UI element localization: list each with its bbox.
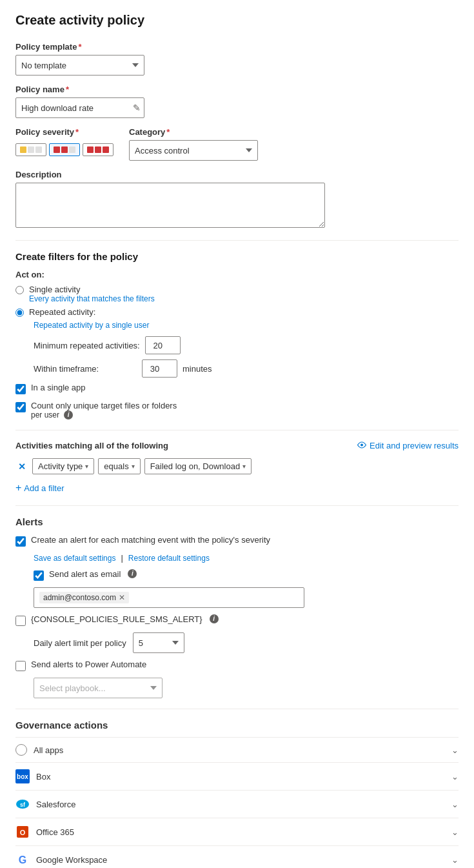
add-filter-button[interactable]: + Add a filter — [15, 481, 64, 495]
email-value: admin@contoso.com — [43, 593, 116, 602]
single-app-label: In a single app — [31, 383, 86, 392]
sev-dot-med-1 — [54, 146, 60, 153]
unique-files-checkbox[interactable] — [15, 402, 26, 412]
governance-item-google[interactable]: G Google Workspace ⌄ — [15, 845, 459, 868]
send-email-info-icon[interactable]: i — [128, 569, 137, 578]
sms-row: {CONSOLE_POLICIES_RULE_SMS_ALERT} i — [15, 614, 459, 626]
repeated-activity-radio[interactable] — [15, 308, 24, 317]
policy-name-input[interactable] — [15, 97, 144, 118]
single-activity-option: Single activity Every activity that matc… — [15, 285, 459, 303]
page-title: Create activity policy — [15, 13, 459, 28]
activities-filter-header: Activities matching all of the following… — [15, 441, 459, 450]
email-input-wrapper[interactable]: admin@contoso.com ✕ — [34, 587, 304, 608]
salesforce-chevron: ⌄ — [451, 800, 459, 809]
governance-salesforce-left: sf Salesforce — [15, 797, 75, 811]
svg-text:O: O — [20, 829, 26, 836]
sms-info-icon[interactable]: i — [210, 614, 219, 623]
power-automate-row: Send alerts to Power Automate — [15, 660, 459, 671]
unique-files-row: Count only unique target files or folder… — [15, 401, 459, 419]
send-email-row: Send alert as email i — [34, 569, 459, 581]
governance-item-office365[interactable]: O Office 365 ⌄ — [15, 818, 459, 845]
repeated-activity-label: Repeated activity: — [29, 307, 95, 317]
office365-icon: O — [15, 825, 30, 839]
sev-dot-med-2 — [61, 146, 68, 153]
all-apps-chevron: ⌄ — [451, 745, 459, 755]
governance-allapps-left: All apps — [15, 744, 63, 756]
repeated-sub-section: Repeated activity by a single user Minim… — [34, 321, 459, 378]
filter-value-chevron: ▾ — [242, 463, 246, 470]
unique-files-info-icon[interactable]: i — [64, 410, 73, 419]
create-alert-label: Create an alert for each matching event … — [31, 535, 270, 545]
min-repeated-label: Minimum repeated activities: — [34, 341, 140, 350]
description-input[interactable] — [15, 183, 325, 228]
create-alert-checkbox[interactable] — [15, 536, 26, 547]
governance-google-left: G Google Workspace — [15, 853, 107, 867]
filter-equals-chevron: ▾ — [132, 463, 135, 470]
office365-chevron: ⌄ — [451, 827, 459, 837]
google-label: Google Workspace — [36, 855, 107, 865]
single-activity-radio[interactable] — [15, 286, 24, 294]
send-email-checkbox[interactable] — [34, 570, 44, 581]
daily-limit-row: Daily alert limit per policy 5 1 2 10 20… — [34, 632, 459, 653]
sev-dot-med-3 — [69, 146, 75, 153]
policy-template-select[interactable]: No template — [15, 55, 144, 76]
separator: | — [121, 553, 123, 563]
daily-limit-select[interactable]: 5 1 2 10 20 50 — [133, 632, 184, 653]
google-chevron: ⌄ — [451, 855, 459, 865]
sev-dot-hi-3 — [103, 146, 109, 153]
governance-item-box[interactable]: box Box ⌄ — [15, 762, 459, 790]
sev-dot-hi-2 — [95, 146, 101, 153]
sev-dot-low-1 — [20, 146, 26, 153]
email-remove-icon[interactable]: ✕ — [119, 593, 125, 602]
alerts-section: Alerts Create an alert for each matching… — [15, 516, 459, 698]
edit-preview-label: Edit and preview results — [370, 441, 459, 450]
restore-default-button[interactable]: Restore default settings — [128, 554, 210, 563]
filter-row: ✕ Activity type ▾ equals ▾ Failed log on… — [15, 458, 459, 474]
sev-dot-low-2 — [28, 146, 34, 153]
playbook-select[interactable]: Select playbook... — [34, 678, 163, 698]
svg-text:sf: sf — [20, 802, 26, 808]
sms-checkbox[interactable] — [15, 616, 26, 626]
eye-icon-svg — [357, 441, 367, 450]
power-automate-label: Send alerts to Power Automate — [31, 660, 146, 669]
severity-medium[interactable] — [49, 143, 80, 156]
governance-section: Governance actions All apps ⌄ box Box ⌄ — [15, 720, 459, 868]
box-icon: box — [15, 769, 30, 783]
unique-files-label: Count only unique target files or folder… — [31, 401, 177, 410]
severity-high[interactable] — [83, 143, 114, 156]
google-icon: G — [15, 853, 30, 867]
within-timeframe-label: Within timeframe: — [34, 364, 137, 374]
filter-value-label: Failed log on, Download — [150, 461, 240, 471]
box-chevron: ⌄ — [451, 772, 459, 782]
within-timeframe-row: Within timeframe: minutes — [34, 359, 459, 378]
min-repeated-input[interactable] — [145, 336, 181, 354]
governance-item-allapps[interactable]: All apps ⌄ — [15, 737, 459, 762]
all-apps-label: All apps — [34, 745, 63, 755]
policy-name-wrapper: ✎ — [15, 97, 144, 118]
governance-item-salesforce[interactable]: sf Salesforce ⌄ — [15, 790, 459, 818]
svg-text:G: G — [19, 854, 26, 865]
category-select[interactable]: Access control Data loss prevention Thre… — [129, 140, 258, 161]
filter-value-chip[interactable]: Failed log on, Download ▾ — [144, 458, 252, 474]
svg-point-0 — [360, 444, 363, 447]
create-alert-row: Create an alert for each matching event … — [15, 535, 459, 547]
single-activity-desc: Every activity that matches the filters — [29, 294, 155, 303]
sms-label: {CONSOLE_POLICIES_RULE_SMS_ALERT} — [31, 614, 202, 624]
filter-remove-button[interactable]: ✕ — [15, 460, 28, 473]
policy-name-label: Policy name* — [15, 85, 459, 94]
filters-section-title: Create filters for the policy — [15, 251, 459, 262]
severity-options — [15, 143, 114, 156]
within-timeframe-input[interactable] — [142, 359, 177, 378]
power-automate-checkbox[interactable] — [15, 661, 26, 671]
save-default-button[interactable]: Save as default settings — [34, 554, 115, 563]
single-app-checkbox[interactable] — [15, 384, 26, 394]
daily-limit-label: Daily alert limit per policy — [34, 638, 126, 648]
sev-dot-low-3 — [35, 146, 42, 153]
filter-equals-chip[interactable]: equals ▾ — [98, 458, 140, 474]
timeframe-unit: minutes — [183, 364, 212, 374]
edit-preview-button[interactable]: Edit and preview results — [357, 441, 459, 450]
filter-type-chip[interactable]: Activity type ▾ — [32, 458, 94, 474]
salesforce-label: Salesforce — [36, 800, 75, 809]
severity-low[interactable] — [15, 143, 46, 156]
email-tag: admin@contoso.com ✕ — [39, 592, 129, 603]
